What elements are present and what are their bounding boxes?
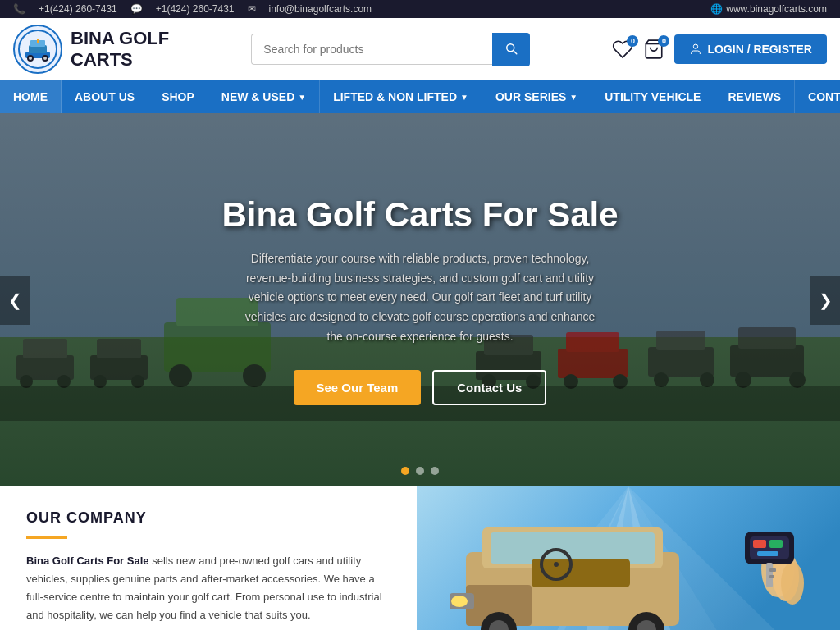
hero-description: Differentiate your course with reliable …: [240, 249, 600, 347]
nav-about[interactable]: ABOUT US: [62, 80, 148, 113]
slider-dot-1[interactable]: [401, 467, 409, 475]
whatsapp-icon: 💬: [130, 3, 143, 15]
hero-title: Bina Golf Carts For Sale: [221, 194, 618, 235]
logo-area[interactable]: BINA GOLF CARTS: [13, 25, 169, 74]
header-icons: 0 0 LOGIN / REGISTER: [612, 34, 827, 64]
header: BINA GOLF CARTS 0 0: [0, 18, 840, 80]
svg-point-56: [554, 562, 559, 567]
nav-reviews[interactable]: REVIEWS: [714, 80, 795, 113]
svg-rect-54: [532, 559, 630, 587]
slider-dot-3[interactable]: [431, 467, 439, 475]
slider-prev-button[interactable]: ❮: [0, 276, 30, 325]
see-our-team-button[interactable]: See Our Team: [294, 370, 422, 405]
nav-new-used[interactable]: NEW & USED ▼: [208, 80, 320, 113]
slider-next-button[interactable]: ❯: [810, 276, 840, 325]
svg-rect-67: [769, 568, 776, 572]
logo-svg: [17, 29, 58, 70]
company-highlight: Bina Golf Carts For Sale: [26, 555, 149, 567]
right-panel-svg: [417, 486, 840, 630]
globe-icon: 🌐: [710, 3, 723, 15]
svg-rect-65: [757, 551, 778, 556]
bottom-section: OUR COMPANY Bina Golf Carts For Sale sel…: [0, 486, 840, 630]
search-icon: [504, 41, 518, 56]
wishlist-badge: 0: [627, 35, 638, 47]
nav-series[interactable]: OUR SERIES ▼: [482, 80, 591, 113]
cart-button[interactable]: 0: [643, 39, 664, 60]
company-divider: [26, 536, 67, 539]
nav-home[interactable]: HOME: [0, 80, 62, 113]
company-title: OUR COMPANY: [26, 509, 390, 527]
wishlist-button[interactable]: 0: [612, 39, 633, 60]
svg-rect-8: [37, 39, 39, 43]
contact-us-hero-button[interactable]: Contact Us: [432, 370, 546, 405]
nav-lifted[interactable]: LIFTED & NON LIFTED ▼: [320, 80, 482, 113]
search-area: [251, 33, 530, 66]
hero-right-image: [417, 486, 840, 630]
phone-icon: 📞: [13, 3, 25, 15]
logo-icon: [13, 25, 62, 74]
svg-rect-68: [769, 575, 774, 578]
nav-utility[interactable]: UTILITY VEHICLE: [591, 80, 714, 113]
hero-buttons: See Our Team Contact Us: [294, 370, 547, 405]
svg-rect-63: [753, 540, 766, 548]
search-input[interactable]: [251, 34, 492, 65]
hero-section: Bina Golf Carts For Sale Differentiate y…: [0, 113, 840, 486]
login-button[interactable]: LOGIN / REGISTER: [674, 34, 827, 64]
dropdown-arrow: ▼: [298, 93, 306, 102]
svg-point-10: [694, 44, 698, 48]
cart-badge: 0: [658, 35, 669, 47]
dropdown-arrow: ▼: [460, 93, 468, 102]
dropdown-arrow: ▼: [569, 93, 578, 102]
nav-shop[interactable]: SHOP: [148, 80, 208, 113]
user-icon: [689, 43, 702, 56]
navbar: HOME ABOUT US SHOP NEW & USED ▼ LIFTED &…: [0, 80, 840, 113]
top-bar: 📞 +1(424) 260-7431 💬 +1(424) 260-7431 ✉ …: [0, 0, 840, 18]
search-button[interactable]: [492, 33, 530, 66]
svg-point-7: [43, 57, 47, 60]
login-label: LOGIN / REGISTER: [707, 43, 812, 56]
brand-name: BINA GOLF: [71, 28, 169, 49]
svg-point-60: [781, 562, 804, 605]
website-url: www.binagolfcarts.com: [726, 3, 827, 15]
company-description: Bina Golf Carts For Sale sells new and p…: [26, 552, 390, 624]
logo-text: BINA GOLF CARTS: [71, 28, 169, 71]
top-bar-website: 🌐 www.binagolfcarts.com: [710, 3, 827, 15]
email-link[interactable]: info@binagolfcarts.com: [269, 3, 372, 15]
svg-rect-64: [769, 540, 783, 548]
phone-link-2[interactable]: +1(424) 260-7431: [156, 3, 235, 15]
slider-dot-2[interactable]: [416, 467, 424, 475]
slider-dots: [401, 467, 439, 475]
svg-point-6: [29, 57, 32, 60]
phone-link-1[interactable]: +1(424) 260-7431: [39, 3, 117, 15]
email-icon: ✉: [248, 3, 256, 15]
svg-point-57: [451, 596, 468, 607]
hero-content: Bina Golf Carts For Sale Differentiate y…: [0, 113, 840, 486]
nav-contact[interactable]: CONTACT US: [795, 80, 840, 113]
company-section: OUR COMPANY Bina Golf Carts For Sale sel…: [0, 486, 417, 630]
brand-sub: CARTS: [71, 49, 169, 71]
top-bar-contact: 📞 +1(424) 260-7431 💬 +1(424) 260-7431 ✉ …: [13, 3, 372, 15]
